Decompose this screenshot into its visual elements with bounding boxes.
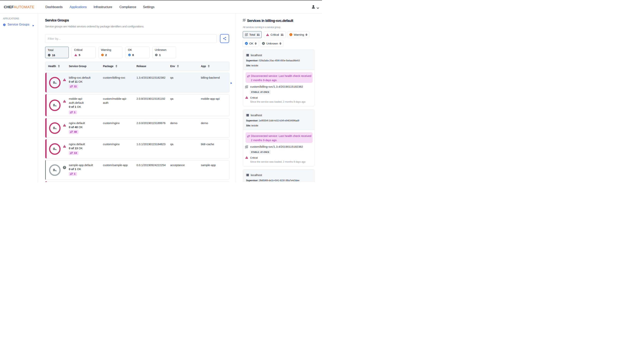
svg-text:?: ? bbox=[263, 43, 264, 45]
svg-text:?: ? bbox=[156, 54, 157, 56]
svg-text:?: ? bbox=[64, 166, 65, 169]
